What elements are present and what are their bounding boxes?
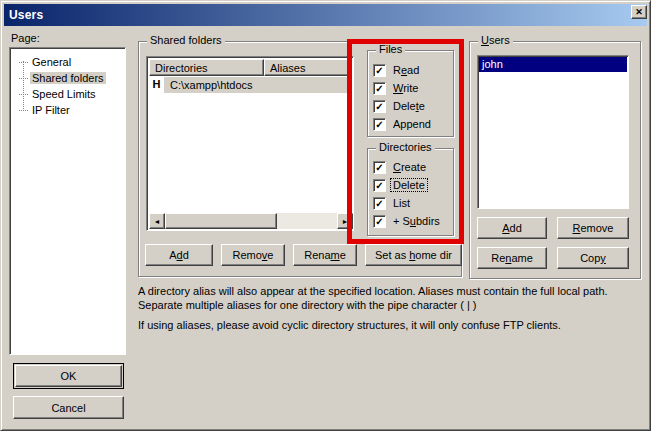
checkbox-list-box[interactable]: ✓ xyxy=(373,197,386,210)
user-remove-button[interactable]: Remove xyxy=(557,217,629,239)
check-icon: ✓ xyxy=(375,65,383,76)
checkbox-write[interactable]: ✓ Write xyxy=(373,81,420,95)
sidebar-item-speed-limits[interactable]: Speed Limits xyxy=(10,86,125,102)
check-icon: ✓ xyxy=(375,83,383,94)
checkbox-file-delete[interactable]: ✓ Delete xyxy=(373,99,427,113)
table-row[interactable]: H C:\xampp\htdocs xyxy=(149,77,351,93)
home-dir-marker: H xyxy=(149,77,164,93)
page-label: Page: xyxy=(11,32,40,44)
note-paragraph-2: If using aliases, please avoid cyclic di… xyxy=(138,318,646,332)
scroll-left-icon: ◄ xyxy=(154,218,161,225)
checkbox-append[interactable]: ✓ Append xyxy=(373,117,433,131)
check-icon: ✓ xyxy=(375,216,383,227)
close-button[interactable]: ✕ xyxy=(631,5,647,19)
alias-notes: A directory alias will also appear at th… xyxy=(138,284,646,338)
files-caption: Files xyxy=(376,43,405,55)
scrollbar-track[interactable] xyxy=(277,213,337,229)
checkbox-file-delete-box[interactable]: ✓ xyxy=(373,100,386,113)
close-icon: ✕ xyxy=(635,6,643,18)
check-icon: ✓ xyxy=(375,198,383,209)
horizontal-scrollbar[interactable]: ◄ ► xyxy=(149,213,353,229)
shared-folders-table: Directories Aliases H C:\xampp\htdocs ◄ … xyxy=(146,56,354,231)
directories-caption: Directories xyxy=(376,141,435,153)
check-icon: ✓ xyxy=(375,162,383,173)
cancel-button[interactable]: Cancel xyxy=(13,396,124,419)
ok-button[interactable]: OK xyxy=(13,363,124,389)
tree-stub xyxy=(19,78,28,79)
tree-stub xyxy=(19,94,28,95)
title-bar[interactable]: Users xyxy=(4,4,647,26)
user-add-button[interactable]: Add xyxy=(477,217,547,239)
checkbox-subdirs-box[interactable]: ✓ xyxy=(373,215,386,228)
user-copy-button[interactable]: Copy xyxy=(557,247,629,269)
column-header-directories[interactable]: Directories xyxy=(149,59,264,76)
list-item-john[interactable]: john xyxy=(479,57,627,72)
checkbox-read[interactable]: ✓ Read xyxy=(373,63,421,77)
checkbox-append-box[interactable]: ✓ xyxy=(373,118,386,131)
checkbox-create-box[interactable]: ✓ xyxy=(373,161,386,174)
scroll-left-button[interactable]: ◄ xyxy=(149,213,165,229)
users-list[interactable]: john xyxy=(477,55,629,209)
check-icon: ✓ xyxy=(375,180,383,191)
folder-add-button[interactable]: Add xyxy=(145,244,213,266)
tree-stub xyxy=(19,110,28,111)
scrollbar-thumb[interactable] xyxy=(165,213,277,229)
note-paragraph-1: A directory alias will also appear at th… xyxy=(138,284,646,312)
check-icon: ✓ xyxy=(375,119,383,130)
checkbox-write-box[interactable]: ✓ xyxy=(373,82,386,95)
scroll-right-button[interactable]: ► xyxy=(337,213,353,229)
column-header-aliases[interactable]: Aliases xyxy=(264,59,351,76)
sidebar-item-shared-folders[interactable]: Shared folders xyxy=(10,70,125,86)
directory-path: C:\xampp\htdocs xyxy=(164,79,253,91)
user-rename-button[interactable]: Rename xyxy=(477,247,547,269)
table-header: Directories Aliases xyxy=(149,59,351,76)
tree-stub xyxy=(19,62,28,63)
check-icon: ✓ xyxy=(375,101,383,112)
checkbox-dir-delete-box[interactable]: ✓ xyxy=(373,179,386,192)
users-caption: Users xyxy=(478,34,513,46)
checkbox-dir-delete[interactable]: ✓ Delete xyxy=(373,178,427,192)
folder-rename-button[interactable]: Rename xyxy=(293,244,357,266)
set-as-home-dir-button[interactable]: Set as home dir xyxy=(365,244,462,266)
window-title: Users xyxy=(4,8,43,22)
page-tree: General Shared folders Speed Limits IP F… xyxy=(9,47,126,355)
checkbox-create[interactable]: ✓ Create xyxy=(373,160,428,174)
sidebar-item-general[interactable]: General xyxy=(10,54,125,70)
checkbox-read-box[interactable]: ✓ xyxy=(373,64,386,77)
users-dialog: Users ✕ Page: General Shared folders Spe… xyxy=(0,0,651,431)
folder-remove-button[interactable]: Remove xyxy=(221,244,285,266)
sidebar-item-ip-filter[interactable]: IP Filter xyxy=(10,102,125,118)
checkbox-subdirs[interactable]: ✓ + Subdirs xyxy=(373,214,442,228)
shared-folders-caption: Shared folders xyxy=(147,34,225,46)
checkbox-list[interactable]: ✓ List xyxy=(373,196,412,210)
scroll-right-icon: ► xyxy=(342,218,349,225)
